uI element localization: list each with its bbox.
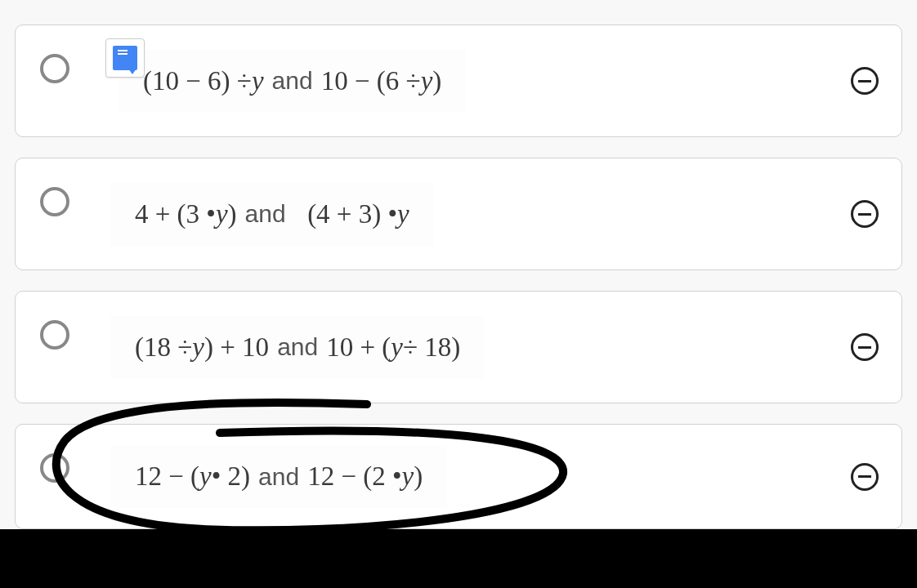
var: y — [421, 66, 433, 96]
expr-left: 4 + (3 • — [135, 199, 216, 229]
expr-left-b: ) + 10 — [204, 332, 269, 363]
bottom-bar — [0, 529, 917, 588]
expression-text: (10 − 6) ÷ y and 10 − (6 ÷ y) — [119, 50, 466, 113]
expr-right-a: 10 + ( — [326, 332, 391, 363]
var: y — [391, 332, 403, 363]
translate-icon[interactable] — [105, 38, 145, 78]
var: y — [402, 461, 414, 492]
option-card: (18 ÷ y) + 10 and 10 + (y ÷ 18) — [15, 291, 902, 403]
var: y — [397, 199, 409, 229]
remove-icon[interactable] — [851, 67, 879, 95]
spacer — [294, 199, 308, 229]
var: y — [252, 66, 264, 96]
expr-left: (10 − 6) ÷ — [143, 66, 252, 96]
radio-button[interactable] — [40, 187, 69, 216]
expression-text: (18 ÷ y) + 10 and 10 + (y ÷ 18) — [110, 316, 485, 379]
expr-right-b: ÷ 18) — [403, 332, 460, 363]
expr-left-b: • 2) — [212, 461, 250, 492]
expr-right-a: (4 + 3) • — [307, 199, 397, 229]
expr-left-b: ) — [228, 199, 237, 229]
expr-left: (18 ÷ — [135, 332, 192, 363]
and-text: and — [272, 67, 313, 95]
var: y — [216, 199, 228, 229]
expression-text: 12 − (y • 2) and 12 − (2 • y) — [110, 445, 447, 508]
expr-right-b: ) — [432, 66, 441, 96]
remove-icon[interactable] — [851, 333, 879, 361]
option-card: 4 + (3 • y) and (4 + 3) • y — [15, 158, 902, 270]
and-text: and — [258, 463, 299, 491]
var: y — [199, 461, 212, 492]
expr-right-a: 10 − (6 ÷ — [321, 66, 421, 96]
radio-button[interactable] — [40, 54, 69, 83]
expression-text: 4 + (3 • y) and (4 + 3) • y — [110, 183, 434, 246]
remove-icon[interactable] — [851, 463, 879, 491]
var: y — [192, 332, 204, 363]
option-card: (10 − 6) ÷ y and 10 − (6 ÷ y) — [15, 24, 902, 137]
option-card: 12 − (y • 2) and 12 − (2 • y) — [15, 424, 902, 529]
options-container: (10 − 6) ÷ y and 10 − (6 ÷ y) 4 + (3 • y… — [0, 16, 917, 529]
radio-button[interactable] — [40, 453, 69, 483]
expr-right-b: ) — [414, 461, 423, 492]
radio-button[interactable] — [40, 320, 69, 350]
expr-left: 12 − ( — [135, 461, 199, 492]
expr-right-a: 12 − (2 • — [307, 461, 401, 492]
and-text: and — [245, 200, 286, 228]
and-text: and — [277, 333, 318, 361]
remove-icon[interactable] — [851, 200, 879, 228]
